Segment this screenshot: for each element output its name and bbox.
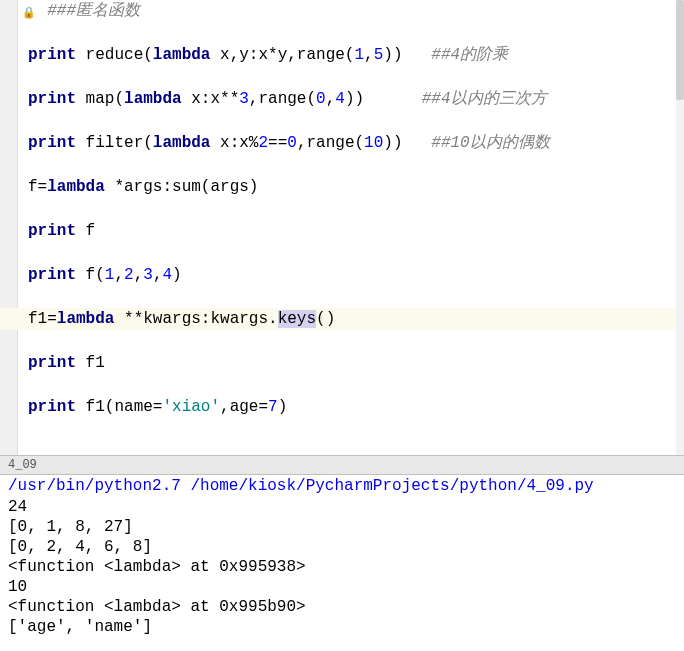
code-line: print reduce(lambda x,y:x*y,range(1,5)) … bbox=[0, 44, 684, 66]
code-line: print f(1,2,3,4) bbox=[0, 264, 684, 286]
code-line-blank bbox=[0, 374, 684, 396]
scrollbar-track[interactable] bbox=[676, 0, 684, 455]
code-line: print filter(lambda x:x%2==0,range(10)) … bbox=[0, 132, 684, 154]
code-line-blank bbox=[0, 242, 684, 264]
code-line-blank bbox=[0, 22, 684, 44]
console-line: 24 bbox=[0, 497, 684, 517]
code-line-blank bbox=[0, 286, 684, 308]
console-line: <function <lambda> at 0x995b90> bbox=[0, 597, 684, 617]
highlighted-token: keys bbox=[278, 310, 316, 328]
comment: ###匿名函数 bbox=[47, 2, 140, 20]
console-tab[interactable]: 4_09 bbox=[0, 455, 684, 475]
lock-icon: 🔒 bbox=[22, 2, 36, 24]
console-line: [0, 2, 4, 6, 8] bbox=[0, 537, 684, 557]
code-line: print f bbox=[0, 220, 684, 242]
console-line: [0, 1, 8, 27] bbox=[0, 517, 684, 537]
console-line: 10 bbox=[0, 577, 684, 597]
code-line-blank bbox=[0, 66, 684, 88]
code-line: 🔒 ###匿名函数 bbox=[0, 0, 684, 22]
code-line-blank bbox=[0, 330, 684, 352]
console-line: ['age', 'name'] bbox=[0, 617, 684, 637]
code-editor[interactable]: 🔒 ###匿名函数 print reduce(lambda x,y:x*y,ra… bbox=[0, 0, 684, 455]
scrollbar-thumb[interactable] bbox=[676, 0, 684, 100]
code-line-blank bbox=[0, 110, 684, 132]
console-line: <function <lambda> at 0x995938> bbox=[0, 557, 684, 577]
console-output-area[interactable]: /usr/bin/python2.7 /home/kiosk/PycharmPr… bbox=[0, 475, 684, 637]
code-line-blank bbox=[0, 154, 684, 176]
code-line-current: f1=lambda **kwargs:kwargs.keys() bbox=[0, 308, 684, 330]
code-line: print f1 bbox=[0, 352, 684, 374]
code-line: print f1(name='xiao',age=7) bbox=[0, 396, 684, 418]
code-line: print map(lambda x:x**3,range(0,4)) ##4以… bbox=[0, 88, 684, 110]
console-command: /usr/bin/python2.7 /home/kiosk/PycharmPr… bbox=[0, 475, 684, 497]
code-line: f=lambda *args:sum(args) bbox=[0, 176, 684, 198]
code-line-blank bbox=[0, 198, 684, 220]
